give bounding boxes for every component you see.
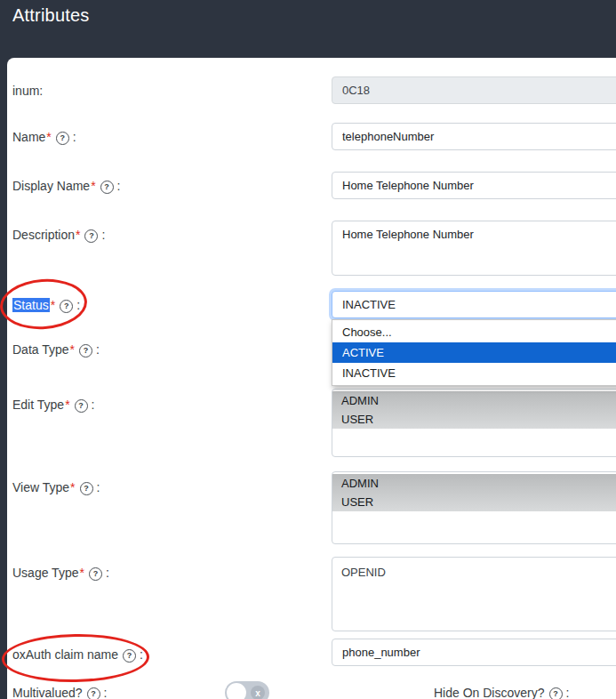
- status-dropdown-menu: Choose... ACTIVE INACTIVE: [332, 319, 616, 386]
- selected-options-group: ADMIN USER: [332, 474, 616, 511]
- view-type-option-admin[interactable]: ADMIN: [332, 474, 616, 493]
- status-option-active[interactable]: ACTIVE: [332, 342, 616, 363]
- edit-type-option-user[interactable]: USER: [332, 410, 616, 429]
- edit-type-label: Edit Type*?:: [12, 389, 94, 413]
- toggle-knob: [227, 683, 246, 699]
- help-icon[interactable]: ?: [75, 399, 88, 413]
- selected-text: Status: [12, 298, 50, 312]
- usage-type-option-openid[interactable]: OPENID: [332, 559, 616, 582]
- oxauth-claim-name-label: oxAuth claim name?:: [12, 639, 143, 663]
- oxauth-claim-name-input[interactable]: [332, 639, 616, 666]
- multivalued-toggle[interactable]: x: [225, 681, 269, 699]
- attribute-form-card: inum: Name*?: Display Name*?: Descriptio…: [7, 58, 616, 699]
- name-input[interactable]: [332, 123, 616, 150]
- edit-type-listbox[interactable]: ADMIN USER: [332, 389, 616, 457]
- help-icon[interactable]: ?: [80, 482, 93, 495]
- page-header: Attributes: [0, 0, 616, 58]
- inum-label: inum:: [12, 76, 43, 98]
- view-type-label: View Type*?:: [12, 471, 100, 495]
- view-type-listbox[interactable]: ADMIN USER: [332, 471, 616, 544]
- inum-input: [332, 76, 616, 104]
- help-icon[interactable]: ?: [100, 181, 114, 194]
- display-name-input[interactable]: [332, 172, 616, 199]
- multivalued-label: Multivalued??:: [12, 680, 108, 699]
- status-option-choose[interactable]: Choose...: [332, 322, 616, 342]
- toggle-off-icon: x: [251, 686, 265, 699]
- help-icon[interactable]: ?: [549, 687, 563, 699]
- usage-type-listbox[interactable]: OPENID: [332, 557, 616, 631]
- description-textarea[interactable]: Home Telephone Number: [332, 221, 616, 276]
- display-name-label: Display Name*?:: [12, 172, 120, 194]
- help-icon[interactable]: ?: [89, 567, 102, 581]
- selected-options-group: ADMIN USER: [332, 391, 616, 429]
- help-icon[interactable]: ?: [84, 229, 98, 243]
- help-icon[interactable]: ?: [123, 649, 136, 663]
- status-select[interactable]: INACTIVE: [332, 291, 616, 318]
- hide-on-discovery-label: Hide On Discovery??:: [434, 680, 569, 699]
- status-label: Status*?:: [12, 291, 80, 313]
- view-type-option-user[interactable]: USER: [332, 493, 616, 511]
- usage-type-label: Usage Type*?:: [12, 557, 109, 581]
- help-icon[interactable]: ?: [56, 132, 69, 145]
- help-icon[interactable]: ?: [60, 300, 73, 313]
- help-icon[interactable]: ?: [87, 687, 100, 699]
- page-title: Attributes: [0, 0, 616, 26]
- name-label: Name*?:: [12, 123, 76, 145]
- edit-type-option-admin[interactable]: ADMIN: [332, 391, 616, 410]
- status-option-inactive[interactable]: INACTIVE: [332, 363, 616, 383]
- description-label: Description*?:: [12, 221, 105, 243]
- data-type-label: Data Type*?:: [12, 342, 100, 358]
- help-icon[interactable]: ?: [79, 344, 92, 358]
